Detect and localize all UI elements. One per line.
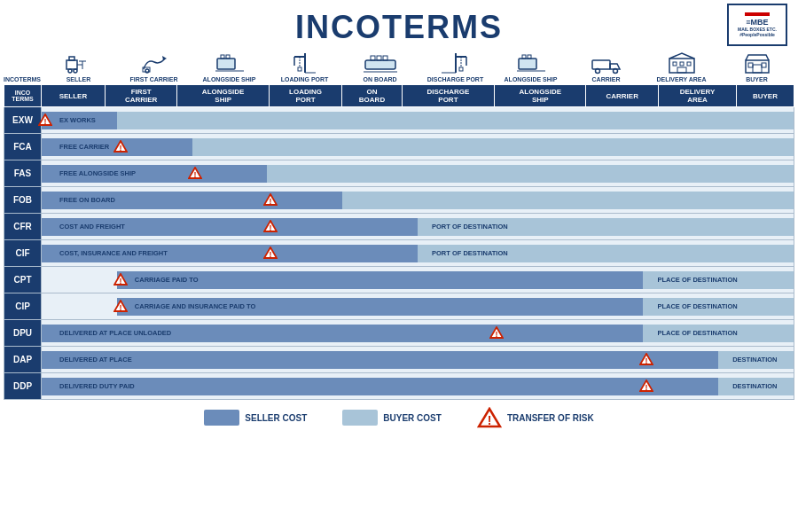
bar-cell-row-3: FREE ON BOARD!: [42, 187, 794, 214]
svg-text:!: !: [194, 170, 197, 179]
legend-transfer-label: TRANSFER OF RISK: [507, 413, 594, 423]
seller-bar: FREE ON BOARD: [42, 192, 342, 209]
seller-bar: DELIVERED DUTY PAID: [42, 378, 718, 395]
buyer-icon: [744, 51, 771, 76]
bar-cell-row-8: DELIVERED AT PLACE UNLOADEDPLACE OF DEST…: [42, 320, 794, 347]
bar-cell-row-0: EX WORKS!: [42, 107, 794, 134]
svg-text:!: !: [645, 356, 648, 365]
legend: SELLER COST BUYER COST ! TRANSFER OF RIS…: [0, 400, 798, 432]
svg-rect-44: [753, 65, 762, 73]
discharge-port-label: DISCHARGE PORT: [427, 76, 483, 83]
th-delivery-area: DELIVERYAREA: [659, 85, 737, 107]
svg-rect-43: [746, 60, 769, 73]
logo: ≡MBE MAIL BOXES ETC.#PeoplePossible: [727, 4, 787, 46]
icons-row: INCOTERMS SELLER: [0, 51, 798, 83]
transfer-of-risk-icon: !: [263, 220, 278, 234]
seller-bar: DELIVERED AT PLACE UNLOADED: [42, 325, 643, 342]
bar-cell-row-9: DELIVERED AT PLACEDESTINATION!: [42, 347, 794, 373]
transfer-of-risk-icon: !: [263, 246, 278, 261]
table-row: CIFCOST, INSURANCE AND FREIGHTPORT OF DE…: [4, 240, 794, 267]
table-row: CFRCOST AND FREIGHTPORT OF DESTINATION!: [4, 214, 794, 240]
svg-text:!: !: [270, 223, 272, 232]
svg-rect-31: [519, 59, 536, 69]
transfer-of-risk-icon: !: [263, 193, 278, 207]
first-carrier-label: FIRST CARRIER: [129, 76, 177, 83]
svg-rect-45: [748, 63, 753, 67]
buyer-bar: PLACE OF DESTINATION: [643, 271, 794, 289]
bar-cell-row-10: DELIVERED DUTY PAIDDESTINATION!: [42, 373, 794, 400]
transfer-of-risk-icon: !: [113, 140, 128, 154]
transfer-of-risk-icon: !: [113, 300, 128, 314]
col-delivery-area-icon: DELIVERY AREA: [644, 51, 719, 83]
buyer-bar: [192, 138, 794, 156]
col-first-carrier-icon: FIRST CARRIER: [116, 51, 192, 83]
svg-point-2: [68, 69, 72, 73]
svg-text:!: !: [43, 117, 46, 126]
legend-buyer-box: [342, 410, 378, 426]
th-incoterms: INCOTERMS: [4, 85, 42, 107]
table-row: FOBFREE ON BOARD!: [4, 187, 794, 214]
svg-rect-46: [762, 63, 766, 67]
first-carrier-icon: [140, 51, 168, 76]
alongside-ship2-icon: [517, 51, 545, 76]
page-title: INCOTERMS: [0, 9, 798, 46]
legend-seller-box: [204, 410, 239, 426]
bar-cell-row-5: COST, INSURANCE AND FREIGHTPORT OF DESTI…: [42, 240, 794, 267]
svg-rect-20: [365, 60, 395, 69]
svg-point-36: [595, 69, 599, 74]
seller-bar: CARRIAGE PAID TO: [117, 271, 644, 289]
col-incoterms-header: INCOTERMS: [4, 76, 41, 83]
th-first-carrier: FIRSTCARRIER: [105, 85, 177, 107]
table-row: DAPDELIVERED AT PLACEDESTINATION!: [4, 347, 794, 373]
logo-mbe-text: ≡MBE: [746, 18, 768, 27]
table-row: DPUDELIVERED AT PLACE UNLOADEDPLACE OF D…: [4, 320, 794, 347]
seller-bar: CARRIAGE AND INSURANCE PAID TO: [117, 298, 644, 316]
svg-text:!: !: [488, 413, 492, 427]
legend-buyer-label: BUYER COST: [383, 413, 442, 423]
on-board-icon: [364, 51, 397, 76]
transfer-of-risk-icon: !: [188, 167, 202, 181]
table-row: FASFREE ALONGSIDE SHIP!: [4, 160, 794, 187]
col-carrier-icon: CARRIER: [568, 51, 644, 83]
header: INCOTERMS ≡MBE MAIL BOXES ETC.#PeoplePos…: [0, 0, 798, 51]
svg-rect-40: [680, 62, 684, 66]
buyer-bar: PORT OF DESTINATION: [418, 245, 794, 262]
col-loading-port-icon: LOADING PORT: [267, 51, 342, 83]
th-seller: SELLER: [42, 85, 106, 107]
col-alongside-ship2-icon: ALONGSIDE SHIP: [493, 51, 568, 83]
svg-text:!: !: [645, 383, 648, 392]
seller-bar: COST, INSURANCE AND FREIGHT: [42, 245, 418, 262]
th-loading-port: LOADINGPORT: [269, 85, 341, 107]
col-discharge-port-icon: DISCHARGE PORT: [418, 51, 493, 83]
svg-text:!: !: [119, 303, 121, 312]
svg-point-3: [74, 69, 77, 73]
svg-rect-10: [217, 59, 235, 69]
seller-icon: [65, 51, 93, 76]
svg-rect-29: [459, 67, 463, 71]
table-row: EXWEX WORKS!: [4, 107, 794, 134]
th-buyer: BUYER: [736, 85, 794, 107]
seller-label: SELLER: [66, 76, 91, 83]
buyer-bar: PLACE OF DESTINATION: [643, 325, 794, 342]
th-alongside-ship1: ALONGSIDESHIP: [177, 85, 269, 107]
svg-text:!: !: [119, 277, 121, 286]
inco-code-cell: FOB: [4, 187, 42, 214]
legend-seller-label: SELLER COST: [245, 413, 307, 423]
on-board-label: ON BOARD: [363, 76, 396, 83]
legend-buyer-cost: BUYER COST: [342, 410, 442, 426]
alongside-ship1-icon: [215, 51, 244, 76]
buyer-bar: [117, 112, 794, 129]
page: INCOTERMS ≡MBE MAIL BOXES ETC.#PeoplePos…: [0, 0, 798, 532]
col-buyer-icon: BUYER: [719, 51, 794, 83]
alongside-ship2-label: ALONGSIDE SHIP: [505, 76, 558, 83]
delivery-area-icon: [668, 51, 696, 76]
bar-cell-row-2: FREE ALONGSIDE SHIP!: [42, 160, 794, 187]
th-carrier: CARRIER: [586, 85, 659, 107]
buyer-bar: PLACE OF DESTINATION: [643, 298, 794, 316]
alongside-ship1-label: ALONGSIDE SHIP: [203, 76, 256, 83]
seller-bar: DELIVERED AT PLACE: [42, 351, 718, 369]
svg-text:!: !: [119, 144, 121, 153]
logo-full-text: MAIL BOXES ETC.#PeoplePossible: [738, 27, 777, 38]
svg-text:!: !: [270, 197, 272, 206]
bar-cell-row-7: CARRIAGE AND INSURANCE PAID TOPLACE OF D…: [42, 293, 794, 320]
